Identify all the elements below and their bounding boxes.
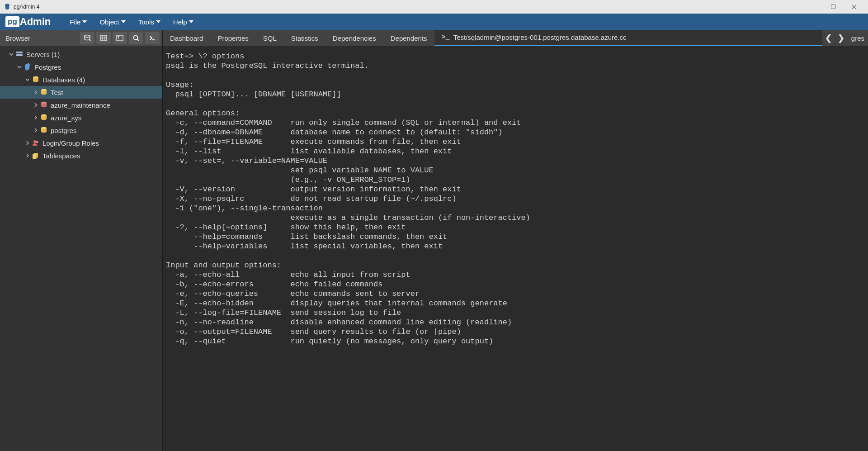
svg-rect-8 [117, 35, 123, 41]
tree-label: azure_maintenance [51, 101, 110, 109]
sidebar: Browser [0, 30, 163, 451]
window-minimize-button[interactable] [802, 0, 823, 14]
database-disconnected-icon [40, 101, 48, 109]
tab-label: Dependents [391, 34, 427, 42]
tablespace-icon [32, 152, 40, 160]
tree-label: Databases (4) [42, 76, 85, 84]
main-content: Dashboard Properties SQL Statistics Depe… [163, 30, 868, 451]
tree-node-login-roles[interactable]: Login/Group Roles [0, 137, 162, 149]
database-icon [32, 76, 40, 84]
svg-rect-12 [16, 52, 23, 53]
tree-node-db-postgres[interactable]: postgres [0, 124, 162, 137]
filter-rows-button[interactable] [113, 32, 127, 44]
chevron-down-icon [189, 20, 193, 23]
logo-pg: pg [5, 16, 19, 27]
tab-psql-terminal[interactable]: >_ Test/sqladmin@postgres-001.postgres.d… [434, 30, 822, 46]
elephant-icon [24, 63, 32, 71]
search-objects-button[interactable] [129, 32, 143, 44]
svg-point-9 [134, 36, 138, 40]
menu-file[interactable]: File [63, 14, 93, 29]
tab-scroll-left-button[interactable]: ❮ [822, 30, 835, 46]
menu-help[interactable]: Help [167, 14, 200, 29]
chevron-down-icon[interactable] [24, 77, 31, 82]
chevron-right-icon[interactable] [24, 141, 31, 145]
tab-dependents[interactable]: Dependents [383, 30, 434, 46]
tab-label: gres [851, 34, 864, 42]
svg-rect-1 [831, 5, 835, 9]
chevron-right-icon[interactable] [33, 103, 39, 107]
svg-rect-13 [16, 54, 23, 56]
sidebar-toolbar [80, 32, 160, 44]
menu-file-label: File [70, 18, 80, 26]
tab-label: SQL [263, 34, 277, 42]
chevron-down-icon [156, 20, 160, 23]
menu-object-label: Object [99, 18, 119, 26]
tab-scroll-right-button[interactable]: ❯ [835, 30, 848, 46]
svg-rect-3 [100, 35, 107, 41]
chevron-right-icon[interactable] [33, 115, 39, 120]
menubar: pg Admin File Object Tools Help [0, 14, 868, 30]
svg-point-23 [41, 127, 47, 129]
window-title: pgAdmin 4 [14, 4, 39, 10]
window-close-button[interactable] [844, 0, 864, 14]
svg-point-2 [85, 35, 90, 38]
tab-dashboard[interactable]: Dashboard [163, 30, 210, 46]
tab-overflow-fragment[interactable]: gres [848, 30, 868, 46]
tree-node-databases[interactable]: Databases (4) [0, 73, 162, 86]
chevron-right-icon[interactable] [24, 153, 31, 158]
menu-tools[interactable]: Tools [132, 14, 167, 29]
chevron-right-icon[interactable] [33, 128, 39, 133]
svg-point-21 [41, 114, 47, 116]
psql-tool-button[interactable] [145, 32, 160, 44]
query-tool-button[interactable] [80, 32, 94, 44]
window-titlebar: pgAdmin 4 [0, 0, 868, 14]
tab-label: Test/sqladmin@postgres-001.postgres.data… [453, 33, 627, 41]
tab-statistics[interactable]: Statistics [284, 30, 326, 46]
tree-node-db-test[interactable]: Test [0, 86, 162, 99]
tab-label: Dependencies [333, 34, 376, 42]
menu-help-label: Help [173, 18, 187, 26]
chevron-down-icon[interactable] [16, 65, 23, 69]
tree-node-db-azure-maintenance[interactable]: azure_maintenance [0, 99, 162, 111]
tree-label: Postgres [34, 63, 61, 71]
object-tree[interactable]: Servers (1) Postgres Databases (4) Test [0, 46, 162, 451]
svg-point-24 [33, 140, 36, 143]
svg-line-10 [137, 39, 139, 41]
logo-admin: Admin [20, 16, 51, 28]
tree-label: Tablespaces [42, 152, 80, 160]
sidebar-title: Browser [5, 34, 30, 42]
svg-rect-0 [810, 7, 815, 7]
tab-label: Statistics [291, 34, 318, 42]
database-icon [40, 114, 48, 122]
menu-object[interactable]: Object [93, 14, 132, 29]
tree-label: postgres [51, 127, 77, 134]
svg-point-19 [41, 102, 47, 104]
database-icon [40, 88, 48, 96]
svg-point-17 [41, 89, 47, 91]
tree-node-tablespaces[interactable]: Tablespaces [0, 149, 162, 162]
tab-dependencies[interactable]: Dependencies [326, 30, 383, 46]
chevron-down-icon[interactable] [8, 52, 14, 57]
server-group-icon [15, 50, 24, 58]
roles-icon [32, 139, 40, 147]
tab-sql[interactable]: SQL [256, 30, 284, 46]
tree-label: Login/Group Roles [42, 139, 99, 147]
app-logo: pg Admin [5, 16, 51, 28]
chevron-right-icon[interactable] [33, 90, 39, 95]
sidebar-header: Browser [0, 30, 162, 46]
tree-node-db-azure-sys[interactable]: azure_sys [0, 111, 162, 124]
window-maximize-button[interactable] [823, 0, 844, 14]
tab-properties[interactable]: Properties [210, 30, 255, 46]
svg-point-15 [33, 76, 38, 78]
tree-node-servers[interactable]: Servers (1) [0, 48, 162, 61]
view-data-button[interactable] [96, 32, 111, 44]
tab-bar: Dashboard Properties SQL Statistics Depe… [163, 30, 868, 46]
app-icon [4, 3, 11, 10]
psql-terminal-output[interactable]: Test=> \? options psql is the PostgreSQL… [163, 46, 868, 451]
tree-node-server-postgres[interactable]: Postgres [0, 61, 162, 73]
svg-point-25 [36, 141, 38, 143]
tab-label: Properties [217, 34, 248, 42]
tree-label: Servers (1) [26, 51, 60, 58]
chevron-down-icon [121, 20, 126, 23]
database-icon [40, 126, 48, 134]
